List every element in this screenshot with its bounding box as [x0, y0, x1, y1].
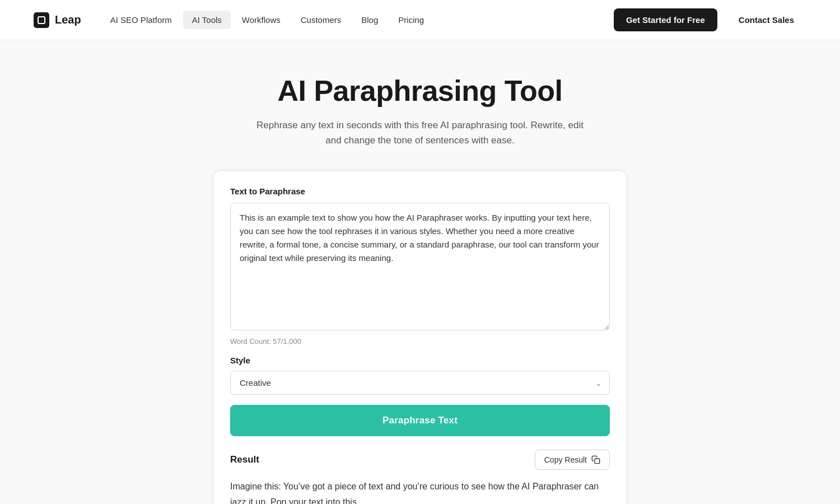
logo-inner-shape	[38, 16, 45, 24]
style-label: Style	[230, 356, 610, 365]
result-label: Result	[230, 454, 259, 465]
svg-rect-0	[595, 459, 600, 464]
main-content: AI Paraphrasing Tool Rephrase any text i…	[0, 40, 840, 504]
text-input[interactable]: This is an example text to show you how …	[230, 203, 610, 330]
nav-item-workflows[interactable]: Workflows	[233, 11, 290, 29]
nav-item-ai-tools[interactable]: AI Tools	[183, 11, 231, 29]
page-title: AI Paraphrasing Tool	[277, 74, 562, 108]
word-count: Word Count: 57/1,000	[230, 337, 610, 346]
result-text: Imagine this: You’ve got a piece of text…	[230, 479, 610, 504]
page-subtitle: Rephrase any text in seconds with this f…	[256, 118, 584, 148]
copy-result-button[interactable]: Copy Result	[535, 450, 610, 470]
copy-icon	[591, 455, 600, 464]
get-started-button[interactable]: Get Started for Free	[614, 8, 717, 31]
result-header: Result Copy Result	[230, 450, 610, 470]
main-nav: AI SEO Platform AI Tools Workflows Custo…	[101, 11, 433, 29]
logo[interactable]: Leap	[34, 12, 81, 28]
nav-item-pricing[interactable]: Pricing	[389, 11, 433, 29]
nav-item-ai-seo-platform[interactable]: AI SEO Platform	[101, 11, 181, 29]
logo-icon	[34, 12, 49, 28]
site-header: Leap AI SEO Platform AI Tools Workflows …	[0, 0, 840, 40]
style-select-wrapper: Creative Formal Concise Standard ⌄	[230, 371, 610, 395]
logo-text: Leap	[55, 13, 81, 26]
header-right: Get Started for Free Contact Sales	[614, 8, 806, 31]
nav-item-customers[interactable]: Customers	[292, 11, 351, 29]
style-select[interactable]: Creative Formal Concise Standard	[230, 371, 610, 395]
copy-result-label: Copy Result	[544, 455, 587, 464]
paraphrase-button[interactable]: Paraphrase Text	[230, 405, 610, 436]
contact-sales-button[interactable]: Contact Sales	[726, 8, 806, 31]
nav-item-blog[interactable]: Blog	[352, 11, 387, 29]
tool-card: Text to Paraphrase This is an example te…	[213, 170, 627, 504]
header-left: Leap AI SEO Platform AI Tools Workflows …	[34, 11, 433, 29]
input-section-label: Text to Paraphrase	[230, 186, 610, 196]
